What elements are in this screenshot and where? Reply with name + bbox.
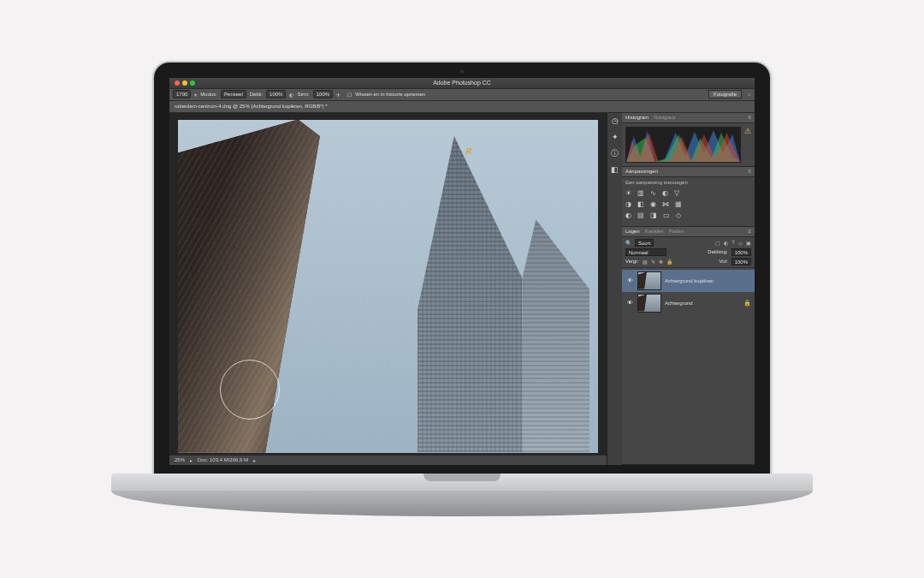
lock-position-icon[interactable]: ✥ <box>659 259 663 265</box>
zoom-level[interactable]: 25% <box>175 457 185 462</box>
opacity-field[interactable]: 100% <box>266 90 286 98</box>
options-bar[interactable]: 1700 ▾ Modus: Penseel Dekk: 100% ◐ Strm:… <box>169 89 755 101</box>
lock-transparent-icon[interactable]: ▨ <box>643 259 648 265</box>
panel-menu-icon[interactable]: ≡ <box>748 229 751 234</box>
close-icon[interactable] <box>175 80 180 86</box>
brightness-icon[interactable]: ☀ <box>625 189 631 197</box>
search-icon[interactable]: ⌕ <box>748 92 751 97</box>
panel-menu-icon[interactable]: ≡ <box>748 115 751 120</box>
image-building-left <box>178 120 396 453</box>
mode-select[interactable]: Penseel <box>221 90 246 98</box>
document-canvas[interactable]: R <box>178 120 598 453</box>
histogram-panel-header[interactable]: Histogram Navigator ≡ <box>622 113 755 123</box>
doc-size: Doc: 103,4 M/206,9 M <box>198 457 248 462</box>
layer-name[interactable]: Achtergrond kopiëren <box>665 278 714 283</box>
histogram-graph[interactable] <box>625 127 741 163</box>
history-icon[interactable]: ◷ <box>610 116 619 126</box>
document-tab-label: rotterdam-centrum-4.dng @ 25% (Achtergro… <box>175 104 328 109</box>
adjustments-hint: Een aanpassing toevoegen <box>625 180 751 185</box>
brush-size-field[interactable]: 1700 <box>173 90 191 98</box>
layer-name[interactable]: Achtergrond <box>665 301 693 306</box>
threshold-icon[interactable]: ◨ <box>650 212 657 219</box>
adjustments-row-1[interactable]: ☀ ▥ ∿ ◐ ▽ <box>625 188 751 199</box>
airbrush-icon[interactable]: ✈ <box>336 92 341 98</box>
curves-icon[interactable]: ∿ <box>650 189 656 197</box>
exposure-icon[interactable]: ◐ <box>662 189 668 197</box>
layer-list[interactable]: 👁 Achtergrond kopiëren 👁 Achtergrond 🔒 <box>622 268 755 464</box>
status-bar[interactable]: 25% ▸ Doc: 103,4 M/206,9 M ▸ <box>169 455 607 465</box>
layer-row[interactable]: 👁 Achtergrond kopiëren <box>622 270 755 292</box>
visibility-icon[interactable]: 👁 <box>625 300 634 306</box>
filter-type-icon[interactable]: 🔍 <box>625 240 631 246</box>
webcam-dot <box>460 69 465 74</box>
layer-thumbnail[interactable] <box>637 294 661 313</box>
blend-mode-select[interactable]: Normaal <box>625 248 666 256</box>
image-logo-letter: R <box>465 146 471 156</box>
fx-icon[interactable]: ✦ <box>610 133 619 142</box>
right-panels: Histogram Navigator ≡ <box>622 113 755 465</box>
flow-label: Strm: <box>297 92 309 97</box>
tab-navigator[interactable]: Navigator <box>654 115 676 120</box>
filter-text-icon[interactable]: T <box>732 240 735 245</box>
posterize-icon[interactable]: ▤ <box>637 212 644 219</box>
tab-channels[interactable]: Kanalen <box>645 229 664 234</box>
photo-filter-icon[interactable]: ◉ <box>650 200 656 208</box>
tab-histogram[interactable]: Histogram <box>625 115 649 120</box>
tab-layers[interactable]: Lagen <box>625 229 640 234</box>
fill-field[interactable]: 100% <box>732 258 751 265</box>
adjustments-panel-header[interactable]: Aanpassingen ≡ <box>622 167 755 177</box>
minimize-icon[interactable] <box>182 80 187 86</box>
layer-opacity-field[interactable]: 100% <box>732 248 751 256</box>
filter-smart-icon[interactable]: ▣ <box>746 240 751 246</box>
lock-all-icon[interactable]: 🔒 <box>666 259 672 265</box>
status-chevron-icon[interactable]: ▸ <box>190 457 192 463</box>
pressure-opacity-icon[interactable]: ◐ <box>289 92 293 98</box>
hue-icon[interactable]: ◑ <box>625 200 631 208</box>
filter-pixel-icon[interactable]: ▢ <box>715 240 720 246</box>
layer-row[interactable]: 👁 Achtergrond 🔒 <box>622 292 755 314</box>
status-menu-icon[interactable]: ▸ <box>253 457 256 463</box>
brush-cursor-circle <box>220 360 280 420</box>
document-tab[interactable]: rotterdam-centrum-4.dng @ 25% (Achtergro… <box>169 101 755 113</box>
panel-icon-bar[interactable]: ◷ ✦ ⓘ ◧ <box>607 113 622 465</box>
selective-color-icon[interactable]: ◇ <box>676 212 681 219</box>
adjustments-row-3[interactable]: ◐ ▤ ◨ ▭ ◇ <box>625 210 751 221</box>
erase-history-checkbox[interactable]: ☐ <box>347 92 352 98</box>
layers-panel-header[interactable]: Lagen Kanalen Paden ≡ <box>622 227 755 237</box>
window-titlebar[interactable]: Adobe Photoshop CC <box>169 78 755 89</box>
histogram-warning-icon[interactable]: ⚠ <box>744 127 751 135</box>
filter-shape-icon[interactable]: ◇ <box>738 240 743 246</box>
canvas-area: R 25% ▸ Doc: 103,4 M/206,9 M ▸ <box>169 113 607 465</box>
palette-icon[interactable]: ◧ <box>610 165 619 175</box>
bw-icon[interactable]: ◧ <box>637 200 644 208</box>
info-icon[interactable]: ⓘ <box>610 149 619 158</box>
flow-field[interactable]: 100% <box>313 90 333 98</box>
brush-picker-icon[interactable]: ▾ <box>194 92 197 98</box>
tab-paths[interactable]: Paden <box>669 229 684 234</box>
laptop-screen-bezel: Adobe Photoshop CC 1700 ▾ Modus: Penseel… <box>154 63 770 474</box>
app-window: Adobe Photoshop CC 1700 ▾ Modus: Penseel… <box>169 78 755 465</box>
lut-icon[interactable]: ▦ <box>675 200 682 208</box>
levels-icon[interactable]: ▥ <box>637 189 644 197</box>
gradient-map-icon[interactable]: ▭ <box>663 212 670 219</box>
vibrance-icon[interactable]: ▽ <box>674 189 679 197</box>
adjustments-row-2[interactable]: ◑ ◧ ◉ ⋈ ▦ <box>625 199 751 210</box>
invert-icon[interactable]: ◐ <box>625 212 631 219</box>
main-area: R 25% ▸ Doc: 103,4 M/206,9 M ▸ ◷ ✦ ⓘ ◧ <box>169 113 755 465</box>
filter-type-select[interactable]: Soort <box>635 239 654 247</box>
app-title: Adobe Photoshop CC <box>433 80 491 86</box>
filter-adjust-icon[interactable]: ◐ <box>724 240 728 246</box>
layers-panel: Lagen Kanalen Paden ≡ 🔍 Soort ▢ <box>622 227 755 465</box>
workspace-select[interactable]: Fotografie <box>708 90 742 98</box>
lock-icon: 🔒 <box>743 300 751 307</box>
panel-menu-icon[interactable]: ≡ <box>748 169 751 174</box>
tab-adjustments[interactable]: Aanpassingen <box>625 169 658 174</box>
channel-mixer-icon[interactable]: ⋈ <box>662 200 669 208</box>
histogram-body: ⚠ <box>622 123 755 166</box>
histogram-panel: Histogram Navigator ≡ <box>622 113 755 167</box>
lock-pixels-icon[interactable]: ✎ <box>651 259 655 265</box>
layer-thumbnail[interactable] <box>637 271 661 290</box>
maximize-icon[interactable] <box>190 80 195 86</box>
visibility-icon[interactable]: 👁 <box>625 277 634 283</box>
window-controls[interactable] <box>175 80 195 86</box>
